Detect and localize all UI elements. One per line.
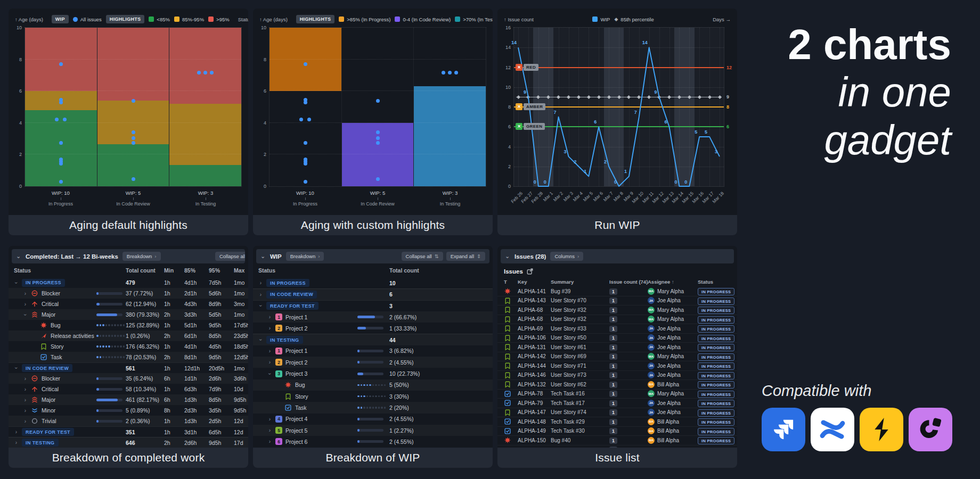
table-row[interactable]: ›Critical58 (10.34%)1h6d3h7d9h10d bbox=[9, 384, 248, 394]
issue-row[interactable]: ALPHA-146User Story #731JAJoe AlphaIN PR… bbox=[497, 371, 737, 381]
column-header-issue-count-[interactable]: Issue count (74) bbox=[609, 279, 648, 285]
table-row[interactable]: Bug5 (50%) bbox=[253, 379, 493, 391]
table-row[interactable]: ›IN CODE REVIEW6 bbox=[253, 288, 493, 300]
legend-item[interactable]: >70% (In Testing) bbox=[455, 16, 493, 22]
chevron-collapsed-icon[interactable]: › bbox=[267, 439, 272, 444]
table-row[interactable]: Task2 (20%) bbox=[253, 402, 493, 413]
issue-data-point[interactable] bbox=[304, 101, 307, 104]
chevron-expanded-icon[interactable]: › bbox=[22, 312, 28, 317]
issue-data-point[interactable] bbox=[59, 62, 63, 66]
table-row[interactable]: Bug125 (32.89%)1h5d1h9d5h17d5h bbox=[9, 320, 248, 331]
legend-item[interactable]: >85% (In Progress) bbox=[339, 16, 390, 22]
issue-row[interactable]: ALPHA-106User Story #501JAJoe AlphaIN PR… bbox=[497, 334, 737, 343]
table-row[interactable]: ›Blocker37 (7.72%)1h2d1h5d6h1mo bbox=[9, 288, 248, 299]
chevron-collapsed-icon[interactable]: › bbox=[23, 418, 28, 424]
chevron-expanded-icon[interactable]: › bbox=[267, 371, 273, 376]
legend-badge-highlights[interactable]: HIGHLIGHTS bbox=[106, 15, 145, 23]
chevron-down-icon[interactable]: ⌄ bbox=[505, 253, 510, 260]
breakdown-button[interactable]: Breakdown› bbox=[123, 252, 161, 261]
table-row[interactable]: ›READY FOR TEST3511h3d1h6d5h12d bbox=[9, 426, 248, 437]
table-row[interactable]: ›IN PROGRESS4791h4d1h7d5h1mo bbox=[9, 277, 248, 288]
issue-data-point[interactable] bbox=[454, 71, 458, 75]
issue-row[interactable]: ALPHA-69User Story #331JAJoe AlphaIN PRO… bbox=[497, 324, 737, 334]
issue-data-point[interactable] bbox=[304, 162, 307, 166]
chevron-collapsed-icon[interactable]: › bbox=[23, 291, 28, 296]
issue-row[interactable]: ALPHA-147User Story #741JAJoe AlphaIN PR… bbox=[497, 408, 737, 418]
legend-item[interactable]: WIP bbox=[592, 16, 610, 22]
issue-row[interactable]: ALPHA-78Tech Task #161MAMary AlphaIN PRO… bbox=[497, 390, 737, 399]
legend-item[interactable]: ◆85th percentile bbox=[614, 16, 654, 22]
chevron-collapsed-icon[interactable]: › bbox=[258, 280, 263, 286]
legend-badge-highlights[interactable]: HIGHLIGHTS bbox=[296, 15, 335, 23]
table-row[interactable]: ›IN PROGRESS10 bbox=[253, 277, 493, 288]
chevron-collapsed-icon[interactable]: › bbox=[23, 386, 28, 392]
table-row[interactable]: ›Major380 (79.33%)2h3d3h5d5h1mo bbox=[9, 309, 248, 320]
issue-row[interactable]: ALPHA-142User Story #691MAMary AlphaIN P… bbox=[497, 352, 737, 362]
table-row[interactable]: ›Major461 (82.17%)6h1d3h8d5h9d5h bbox=[9, 394, 248, 405]
issue-row[interactable]: ALPHA-143User Story #701JAJoe AlphaIN PR… bbox=[497, 296, 737, 306]
chevron-collapsed-icon[interactable]: › bbox=[267, 348, 272, 354]
threshold-badge-red[interactable]: ✕RED bbox=[516, 64, 538, 71]
issue-data-point[interactable] bbox=[59, 180, 63, 184]
issue-data-point[interactable] bbox=[59, 141, 63, 145]
remove-threshold-icon[interactable]: ✕ bbox=[516, 64, 522, 71]
legend-item[interactable]: >95% bbox=[208, 16, 230, 22]
chevron-collapsed-icon[interactable]: › bbox=[14, 440, 19, 445]
issue-data-point[interactable] bbox=[304, 180, 307, 184]
chevron-collapsed-icon[interactable]: › bbox=[258, 292, 263, 298]
external-link-icon[interactable] bbox=[526, 268, 534, 275]
chevron-expanded-icon[interactable]: › bbox=[258, 337, 264, 342]
issue-row[interactable]: ALPHA-150Bug #401BABill AlphaIN PROGRESS bbox=[497, 436, 737, 445]
chevron-collapsed-icon[interactable]: › bbox=[23, 397, 28, 403]
issue-data-point[interactable] bbox=[376, 136, 380, 140]
issue-data-point[interactable] bbox=[132, 136, 135, 140]
issue-data-point[interactable] bbox=[304, 62, 307, 66]
issue-data-point[interactable] bbox=[307, 118, 311, 121]
issue-data-point[interactable] bbox=[132, 141, 135, 145]
collapse-all-button[interactable]: Collapse all⇅ bbox=[402, 252, 443, 261]
issue-data-point[interactable] bbox=[448, 71, 452, 75]
threshold-badge-amber[interactable]: ✕AMBER bbox=[516, 103, 545, 110]
expand-all-button[interactable]: Expand all⇕ bbox=[446, 252, 485, 261]
issue-data-point[interactable] bbox=[132, 130, 135, 134]
chevron-collapsed-icon[interactable]: › bbox=[23, 301, 28, 307]
issue-data-point[interactable] bbox=[59, 101, 63, 104]
breakdown-button[interactable]: Breakdown› bbox=[286, 252, 324, 261]
issue-row[interactable]: ALPHA-131User Story #611JAJoe AlphaIN PR… bbox=[497, 343, 737, 352]
chevron-collapsed-icon[interactable]: › bbox=[267, 359, 272, 365]
issue-row[interactable]: ALPHA-144User Story #711JAJoe AlphaIN PR… bbox=[497, 361, 737, 371]
issue-row[interactable]: ALPHA-148Tech Task #291BABill AlphaIN PR… bbox=[497, 417, 737, 427]
chevron-down-icon[interactable]: ⌄ bbox=[260, 253, 266, 260]
table-row[interactable]: ›5Project 51 (2.27%) bbox=[253, 425, 493, 436]
column-header-summary[interactable]: Summary bbox=[551, 279, 609, 285]
table-row[interactable]: ›1Project 12 (66.67%) bbox=[253, 311, 493, 323]
table-row[interactable]: ›IN TESTING6462h2d6h9d5h17d bbox=[9, 437, 248, 448]
chevron-collapsed-icon[interactable]: › bbox=[267, 416, 272, 422]
legend-item[interactable]: All issues bbox=[73, 16, 102, 22]
table-row[interactable]: Story176 (46.32%)1h4d1h4d5h18d5h bbox=[9, 341, 248, 352]
table-row[interactable]: ›4Project 42 (4.55%) bbox=[253, 414, 493, 425]
column-header-t[interactable]: T bbox=[504, 279, 518, 285]
issue-data-point[interactable] bbox=[304, 141, 307, 145]
table-row[interactable]: ›IN CODE REVIEW5611h12d1h20d5h1mo bbox=[9, 362, 248, 373]
legend-item[interactable]: 0-4 (In Code Review) bbox=[395, 16, 451, 22]
remove-threshold-icon[interactable]: ✕ bbox=[516, 103, 522, 110]
column-header-key[interactable]: Key bbox=[518, 279, 551, 285]
chevron-collapsed-icon[interactable]: › bbox=[23, 376, 28, 382]
remove-threshold-icon[interactable]: ✕ bbox=[516, 123, 522, 130]
issue-data-point[interactable] bbox=[299, 118, 303, 121]
issue-row[interactable]: ALPHA-149Tech Task #301BABill AlphaIN PR… bbox=[497, 427, 737, 436]
issue-data-point[interactable] bbox=[132, 99, 135, 103]
issue-data-point[interactable] bbox=[376, 141, 380, 145]
table-row[interactable]: Story3 (30%) bbox=[253, 391, 493, 402]
table-row[interactable]: ›6Project 62 (4.55%) bbox=[253, 436, 493, 447]
table-row[interactable]: ›3Project 310 (22.73%) bbox=[253, 368, 493, 379]
issue-data-point[interactable] bbox=[376, 130, 380, 134]
legend-item[interactable]: <85% bbox=[149, 16, 170, 22]
columns-button[interactable]: Columns› bbox=[550, 252, 583, 261]
table-row[interactable]: ›Blocker35 (6.24%)6h1d1h2d6h3d6h bbox=[9, 373, 248, 384]
chevron-collapsed-icon[interactable]: › bbox=[267, 325, 272, 331]
chevron-expanded-icon[interactable]: › bbox=[14, 366, 19, 370]
issue-row[interactable]: ALPHA-68User Story #321MAMary AlphaIN PR… bbox=[497, 315, 737, 325]
table-row[interactable]: ›1Project 13 (6.82%) bbox=[253, 345, 493, 357]
